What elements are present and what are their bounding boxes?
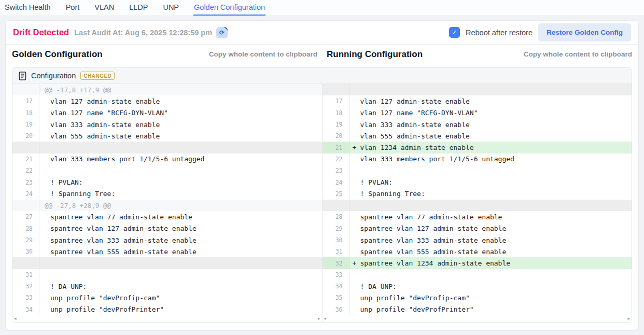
last-audit-timestamp: Last Audit At: Aug 6, 2025 12:28:59 pm xyxy=(74,29,212,37)
line-content: +vlan 1234 admin-state enable xyxy=(349,142,632,153)
line-content: @@ -27,8 +28,9 @@ xyxy=(39,200,322,211)
line-number: 28 xyxy=(12,223,39,234)
diff-code-row: 23 xyxy=(323,165,632,176)
line-number: 31 xyxy=(323,246,349,257)
line-number: 22 xyxy=(12,165,39,176)
diff-code-row: 18vlan 127 name "RCFG-DYN-VLAN" xyxy=(12,107,322,119)
line-content: ! DA-UNP: xyxy=(349,281,632,292)
line-number: 20 xyxy=(12,130,39,142)
line-content: ! PVLAN: xyxy=(39,176,322,188)
diff-code-row: 34! DA-UNP: xyxy=(323,281,632,292)
code-text: ! DA-UNP: xyxy=(360,283,397,290)
line-content: spantree vlan 127 admin-state enable xyxy=(39,223,322,234)
diff-code-row: 22 xyxy=(12,165,322,176)
code-text: spantree vlan 77 admin-state enable xyxy=(50,213,192,221)
line-number xyxy=(323,200,349,211)
line-content xyxy=(349,269,632,281)
diff-code-row: 30spantree vlan 555 admin-state enable xyxy=(12,246,322,257)
diff-code-row: 20vlan 555 admin-state enable xyxy=(12,130,322,142)
line-content: ! DA-UNP: xyxy=(39,281,322,292)
code-text: unp profile "devProfip-cam" xyxy=(360,294,470,302)
tab-port[interactable]: Port xyxy=(65,0,80,16)
line-content: spantree vlan 77 admin-state enable xyxy=(39,211,322,222)
code-text: vlan 333 members port 1/1/5-6 untagged xyxy=(360,155,514,163)
tab-golden-configuration[interactable]: Golden Configuration xyxy=(193,0,265,16)
line-number: 34 xyxy=(323,281,349,292)
scroll-right-icon[interactable]: ▸ xyxy=(318,316,320,321)
code-text: vlan 127 name "RCFG-DYN-VLAN" xyxy=(360,109,478,117)
code-text: spantree vlan 127 admin-state enable xyxy=(360,225,507,232)
audit-status-bar: Drift Detected Last Audit At: Aug 6, 202… xyxy=(6,21,638,45)
code-text: vlan 127 admin-state enable xyxy=(360,97,470,105)
code-text: vlan 127 admin-state enable xyxy=(50,97,160,105)
line-content: vlan 127 admin-state enable xyxy=(39,95,322,107)
code-text: ! PVLAN: xyxy=(50,178,83,186)
running-horizontal-scrollbar[interactable]: ◂ ▸ xyxy=(323,315,632,322)
document-icon xyxy=(19,72,26,80)
diff-placeholder-row xyxy=(12,142,322,153)
line-number: 17 xyxy=(323,95,349,107)
line-number: 33 xyxy=(323,269,349,281)
golden-configuration-title: Golden Configuration xyxy=(12,49,103,60)
diff-code-row: 33unp profile "devProfip-cam" xyxy=(12,292,322,303)
diff-code-row: 27spantree vlan 77 admin-state enable xyxy=(12,211,322,222)
line-number: 24 xyxy=(12,188,39,200)
diff-placeholder-row xyxy=(323,200,632,211)
diff-code-row: 30spantree vlan 333 admin-state enable xyxy=(323,234,632,246)
copy-running-content-link[interactable]: Copy whole content to clipboard xyxy=(524,50,632,58)
code-text: spantree vlan 333 admin-state enable xyxy=(50,236,197,244)
line-number: 23 xyxy=(12,176,39,188)
golden-horizontal-scrollbar[interactable]: ◂ ▸ xyxy=(12,315,322,322)
line-content xyxy=(39,165,322,176)
code-text: spantree vlan 1234 admin-state enable xyxy=(360,259,511,267)
scroll-left-icon[interactable]: ◂ xyxy=(324,316,327,321)
diff-added-row: 21+vlan 1234 admin-state enable xyxy=(323,142,632,153)
line-content: vlan 127 name "RCFG-DYN-VLAN" xyxy=(39,107,322,119)
line-content: unp profile "devProfPrinter" xyxy=(349,304,632,315)
line-number: 29 xyxy=(323,223,349,234)
diff-code-row: 31 xyxy=(12,269,322,281)
running-column-header: Running Configuration Copy whole content… xyxy=(325,49,632,60)
line-content: spantree vlan 77 admin-state enable xyxy=(349,211,632,222)
code-text: ! Spanning Tree: xyxy=(50,190,115,198)
line-content: spantree vlan 555 admin-state enable xyxy=(39,246,322,257)
diff-code-row: 32! DA-UNP: xyxy=(12,281,322,292)
file-sync-icon[interactable]: ⟳ xyxy=(216,27,228,38)
tab-unp[interactable]: UNP xyxy=(162,0,179,16)
code-text: vlan 333 members port 1/1/5-6 untagged xyxy=(50,155,204,163)
scroll-right-icon[interactable]: ▸ xyxy=(627,316,630,321)
line-content: ! PVLAN: xyxy=(349,176,632,188)
code-text: unp profile "devProfip-cam" xyxy=(50,294,160,302)
line-number: 34 xyxy=(12,304,39,315)
tab-vlan[interactable]: VLAN xyxy=(94,0,115,16)
copy-golden-content-link[interactable]: Copy whole content to clipboard xyxy=(209,50,317,58)
code-text: spantree vlan 555 admin-state enable xyxy=(50,248,197,256)
line-content: vlan 555 admin-state enable xyxy=(349,130,632,142)
changed-badge: CHANGED xyxy=(80,72,115,80)
diff-code-row: 35unp profile "devProfip-cam" xyxy=(323,292,632,303)
line-content: unp profile "devProfip-cam" xyxy=(349,292,632,303)
configuration-panel-header: Configuration CHANGED xyxy=(12,68,632,84)
diff-code-row: 19vlan 333 admin-state enable xyxy=(12,119,322,130)
line-content: vlan 127 admin-state enable xyxy=(349,95,632,107)
diff-code-row: 25! Spanning Tree: xyxy=(323,188,632,200)
code-text: ! Spanning Tree: xyxy=(360,190,425,198)
line-number: 18 xyxy=(12,107,39,119)
tab-switch-health[interactable]: Switch Health xyxy=(4,0,51,16)
line-content: spantree vlan 333 admin-state enable xyxy=(39,234,322,246)
code-text: vlan 127 name "RCFG-DYN-VLAN" xyxy=(50,109,168,117)
code-text: vlan 333 admin-state enable xyxy=(50,121,160,129)
line-number: 22 xyxy=(323,153,349,165)
line-number: 18 xyxy=(323,107,349,119)
code-text: vlan 1234 admin-state enable xyxy=(360,144,474,151)
diff-hunk-header: @@ -27,8 +28,9 @@ xyxy=(12,200,322,211)
restore-golden-config-button[interactable]: Restore Golden Config xyxy=(538,23,631,41)
line-content: vlan 333 admin-state enable xyxy=(349,119,632,130)
diff-code-row: 24! Spanning Tree: xyxy=(12,188,322,200)
line-number: 32 xyxy=(12,281,39,292)
line-number: 30 xyxy=(323,234,349,246)
scroll-left-icon[interactable]: ◂ xyxy=(14,316,17,321)
tab-lldp[interactable]: LLDP xyxy=(129,0,148,16)
reboot-after-restore-checkbox[interactable]: ✓ xyxy=(449,27,460,38)
line-number: 17 xyxy=(12,95,39,107)
